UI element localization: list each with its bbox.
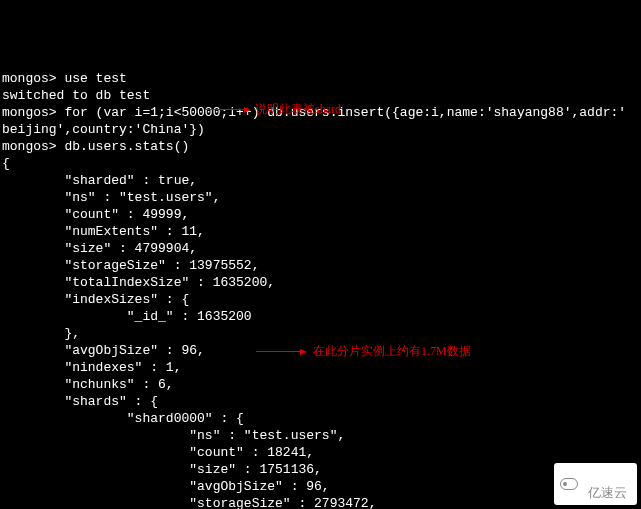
- terminal-line: "nindexes" : 1,: [2, 359, 641, 376]
- terminal-line: "shard0000" : {: [2, 410, 641, 427]
- terminal-line: mongos> db.users.stats(): [2, 138, 641, 155]
- terminal-line: "count" : 18241,: [2, 444, 641, 461]
- terminal-line: "avgObjSize" : 96,: [2, 478, 641, 495]
- terminal-line: "nchunks" : 6,: [2, 376, 641, 393]
- terminal-line: "_id_" : 1635200: [2, 308, 641, 325]
- terminal-line: "indexSizes" : {: [2, 291, 641, 308]
- terminal-line: "numExtents" : 11,: [2, 223, 641, 240]
- watermark: 亿速云: [554, 463, 638, 505]
- terminal-line: "sharded" : true,: [2, 172, 641, 189]
- terminal-output: mongos> use testswitched to db testmongo…: [2, 70, 641, 509]
- terminal-line: "size" : 1751136,: [2, 461, 641, 478]
- terminal-line: "ns" : "test.users",: [2, 427, 641, 444]
- terminal-line: "shards" : {: [2, 393, 641, 410]
- terminal-line: "size" : 4799904,: [2, 240, 641, 257]
- terminal-line: beijing',country:'China'}): [2, 121, 641, 138]
- annotation-sharded: 说明此表被shard: [206, 101, 341, 118]
- terminal-line: mongos> use test: [2, 70, 641, 87]
- terminal-line: {: [2, 155, 641, 172]
- terminal-line: "storageSize" : 2793472,: [2, 495, 641, 509]
- terminal-line: "storageSize" : 13975552,: [2, 257, 641, 274]
- annotation-sharded-text: 说明此表被shard: [255, 101, 341, 118]
- annotation-shard0000-text: 在此分片实例上约有1.7M数据: [313, 343, 471, 360]
- terminal-line: },: [2, 325, 641, 342]
- terminal-line: "ns" : "test.users",: [2, 189, 641, 206]
- terminal-line: "totalIndexSize" : 1635200,: [2, 274, 641, 291]
- watermark-text: 亿速云: [588, 485, 627, 500]
- terminal-line: "count" : 49999,: [2, 206, 641, 223]
- annotation-shard0000: 在此分片实例上约有1.7M数据: [256, 343, 471, 360]
